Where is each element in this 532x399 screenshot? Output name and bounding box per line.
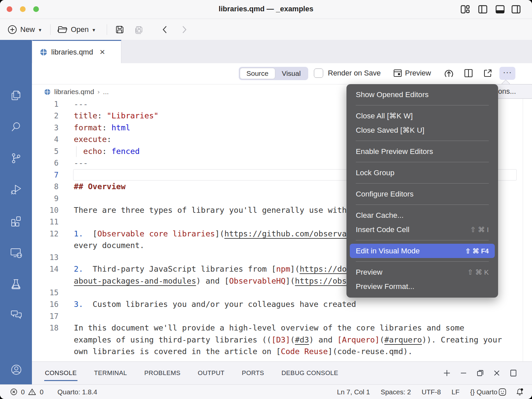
comments-icon[interactable] <box>10 309 22 321</box>
line-number: 14 <box>32 263 59 275</box>
visual-mode-button[interactable]: Visual <box>275 68 308 79</box>
code-text: 3. Custom libraries you and/or your coll… <box>74 299 356 310</box>
breadcrumb-chevron-icon: › <box>97 88 99 95</box>
render-icon[interactable] <box>444 68 454 79</box>
code-line[interactable]: 17 <box>32 311 532 322</box>
menu-separator <box>356 162 489 162</box>
warnings-count[interactable]: 0 <box>40 388 43 396</box>
open-label: Open <box>71 25 89 34</box>
status-item-ln-7-col-1[interactable]: Ln 7, Col 1 <box>337 388 370 396</box>
code-line[interactable]: own libraries is covered in the article … <box>32 346 532 357</box>
status-item-lf[interactable]: LF <box>452 388 460 396</box>
source-control-icon[interactable] <box>10 152 22 165</box>
navigate-forward-button[interactable] <box>181 19 188 40</box>
menu-item-preview[interactable]: Preview⇧ ⌘ K <box>346 265 498 279</box>
toolbar-divider <box>107 24 107 35</box>
toggle-panel-icon[interactable] <box>495 4 506 14</box>
menu-item-label: Show Opened Editors <box>356 90 429 99</box>
menu-separator <box>356 183 489 184</box>
open-folder-icon <box>57 25 68 34</box>
menu-item-configure-editors[interactable]: Configure Editors <box>346 187 498 201</box>
new-button[interactable]: New ▼ <box>7 19 42 40</box>
code-line[interactable]: 163. Custom libraries you and/or your co… <box>32 299 532 310</box>
menu-item-insert-code-cell[interactable]: Insert Code Cell⇧ ⌘ I <box>346 222 498 237</box>
menu-item-enable-preview-editors[interactable]: Enable Preview Editors <box>346 144 498 159</box>
panel-restore-icon[interactable] <box>476 369 484 377</box>
open-button[interactable]: Open ▼ <box>57 19 96 40</box>
menu-separator <box>356 261 489 262</box>
panel-tab-output[interactable]: OUTPUT <box>197 362 225 384</box>
panel-tab-debug-console[interactable]: DEBUG CONSOLE <box>281 362 339 384</box>
code-text: own libraries is covered in the article … <box>74 346 413 357</box>
line-number: 8 <box>32 181 59 193</box>
warnings-icon[interactable] <box>28 388 36 396</box>
preview-icon[interactable] <box>393 68 402 78</box>
menu-item-label: Clear Cache... <box>356 211 404 220</box>
app-window: libraries.qmd — _examples New ▼ Open ▼ <box>0 0 532 399</box>
errors-count[interactable]: 0 <box>21 388 25 396</box>
open-in-new-window-icon[interactable] <box>483 68 493 78</box>
tab-libraries-qmd[interactable]: libraries.qmd ✕ <box>32 40 121 63</box>
extensions-icon[interactable] <box>10 215 22 228</box>
save-icon <box>115 25 125 35</box>
menu-item-lock-group[interactable]: Lock Group <box>346 166 498 180</box>
panel-tab-problems[interactable]: PROBLEMS <box>144 362 181 384</box>
menu-item-label: Configure Editors <box>356 190 414 199</box>
code-text: echo: fenced <box>74 146 140 157</box>
status-item-utf-8[interactable]: UTF-8 <box>422 388 441 396</box>
breadcrumb-file[interactable]: libraries.qmd <box>54 88 94 96</box>
line-number: 18 <box>32 322 59 334</box>
split-editor-icon[interactable] <box>464 68 473 78</box>
panel-close-icon[interactable] <box>493 369 500 377</box>
code-text: In this document we'll provide a high-le… <box>74 322 464 334</box>
breadcrumb-more[interactable]: ... <box>103 88 109 96</box>
source-mode-button[interactable]: Source <box>240 68 275 79</box>
toggle-primary-sidebar-icon[interactable] <box>477 4 489 14</box>
panel-tab-ports[interactable]: PORTS <box>241 362 265 384</box>
line-number: 12 <box>32 228 59 240</box>
render-on-save-label: Render on Save <box>328 69 381 77</box>
panel-minimize-icon[interactable] <box>460 369 467 377</box>
panel-tab-terminal[interactable]: TERMINAL <box>93 362 128 384</box>
menu-item-label: Close Saved [⌘K U] <box>356 126 424 135</box>
status-item-spaces-2[interactable]: Spaces: 2 <box>381 388 411 396</box>
status-item-quarto[interactable]: {} Quarto <box>470 388 497 396</box>
new-plus-icon <box>7 25 17 35</box>
tab-label: libraries.qmd <box>51 48 93 57</box>
menu-item-label: Preview Format... <box>356 282 414 291</box>
feedback-smiley-icon[interactable] <box>498 388 507 396</box>
menu-separator <box>356 105 489 105</box>
panel-new-icon[interactable] <box>443 369 451 377</box>
code-line[interactable]: examples of using third-party libraries … <box>32 334 532 346</box>
save-all-button[interactable] <box>134 19 145 40</box>
panel-maximize-icon[interactable] <box>509 369 517 377</box>
code-line[interactable]: 18In this document we'll provide a high-… <box>32 322 532 334</box>
menu-item-label: Lock Group <box>356 169 394 177</box>
more-actions-button[interactable]: ··· <box>499 67 515 80</box>
save-button[interactable] <box>115 19 125 40</box>
explorer-icon[interactable] <box>10 89 22 102</box>
menu-item-show-opened-editors[interactable]: Show Opened Editors <box>346 87 498 102</box>
quarto-version[interactable]: Quarto: 1.8.4 <box>58 388 97 396</box>
menu-item-label: Preview <box>356 268 382 277</box>
line-number: 2 <box>32 110 59 122</box>
menu-item-edit-in-visual-mode[interactable]: Edit in Visual Mode⇧ ⌘ F4 <box>350 244 495 258</box>
menu-item-preview-format[interactable]: Preview Format... <box>346 279 498 294</box>
toggle-secondary-sidebar-icon[interactable] <box>511 4 522 14</box>
navigate-back-button[interactable] <box>162 19 168 40</box>
render-on-save-checkbox[interactable] <box>314 68 323 78</box>
account-icon[interactable] <box>10 363 22 376</box>
panel-tab-console[interactable]: CONSOLE <box>44 362 77 384</box>
tab-close-icon[interactable]: ✕ <box>99 48 105 56</box>
remote-explorer-icon[interactable] <box>10 247 22 259</box>
errors-icon[interactable] <box>10 388 18 396</box>
notifications-bell-icon[interactable] <box>515 388 524 396</box>
menu-item-close-all-k-w[interactable]: Close All [⌘K W] <box>346 109 498 123</box>
preview-label[interactable]: Preview <box>405 69 431 77</box>
run-debug-icon[interactable] <box>10 183 22 196</box>
menu-item-close-saved-k-u[interactable]: Close Saved [⌘K U] <box>346 123 498 137</box>
customize-layout-icon[interactable] <box>460 4 471 14</box>
search-sidebar-icon[interactable] <box>10 121 22 133</box>
testing-icon[interactable] <box>10 278 22 291</box>
menu-item-clear-cache[interactable]: Clear Cache... <box>346 208 498 222</box>
